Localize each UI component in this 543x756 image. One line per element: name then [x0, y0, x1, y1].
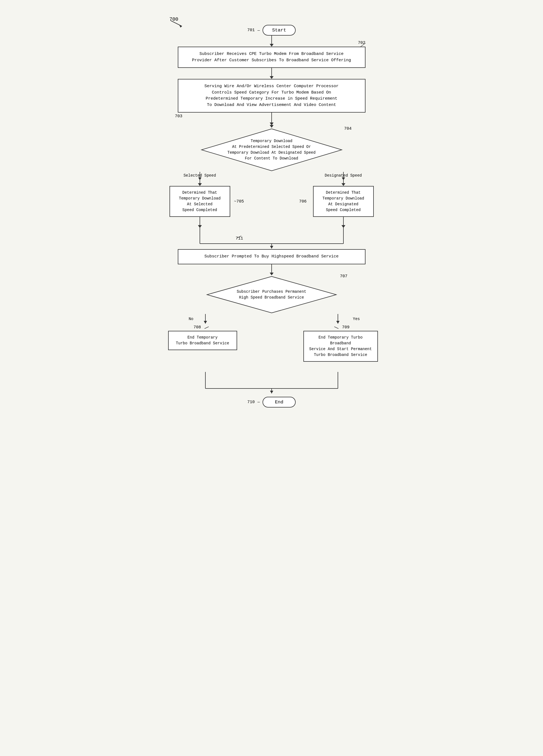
svg-line-26: [204, 327, 209, 329]
arrow-left-down2: [198, 225, 202, 228]
box-yes-wrapper: 709 End Temporary Turbo BroadbandService…: [299, 325, 382, 362]
box-no-ref: 708: [193, 325, 201, 330]
box1-wrapper: Subscriber Receives CPE Turbo Modem From…: [178, 47, 366, 68]
right-branch: Designated Speed Determined ThatTemporar…: [299, 172, 388, 228]
branch-section-2: No Yes 708 End TemporaryTurbo Broadband …: [156, 314, 388, 397]
arrow-right-down2: [342, 225, 345, 228]
svg-marker-17: [204, 321, 207, 324]
start-oval: Start: [262, 25, 296, 36]
svg-line-14: [237, 236, 241, 238]
box2: Serving Wire And/Or Wireless Center Comp…: [178, 79, 366, 113]
diamond2-wrapper: Subscriber Purchases PermanentHigh Speed…: [153, 275, 390, 314]
diamond2-text: Subscriber Purchases PermanentHigh Speed…: [220, 289, 323, 300]
svg-line-27: [334, 327, 339, 329]
box-yes-ref-area: 709: [332, 325, 350, 330]
selected-speed-label: Selected Speed: [183, 173, 216, 178]
svg-marker-25: [270, 391, 273, 393]
svg-line-2: [360, 43, 366, 47]
arrow-right-down: [342, 183, 345, 186]
arrow-1: [270, 36, 274, 47]
branch-section-1: Selected Speed Determined ThatTemporary …: [156, 172, 388, 249]
left-branch: Selected Speed Determined ThatTemporary …: [156, 172, 244, 228]
end-ref: 710: [247, 400, 255, 404]
v-line-right-bottom: [343, 217, 344, 225]
box2-wrapper: Serving Wire And/Or Wireless Center Comp…: [178, 79, 366, 113]
v-line-left: [199, 178, 200, 183]
box1: Subscriber Receives CPE Turbo Modem From…: [178, 47, 366, 68]
end-oval: End: [262, 397, 296, 408]
v-line-right: [343, 178, 344, 183]
no-label: No: [189, 317, 193, 321]
box-no-ref-area: 708: [193, 325, 211, 330]
arrow-left-down: [198, 183, 202, 186]
box-left-ref: ~705: [234, 199, 244, 204]
start-node: 701 — Start: [247, 25, 296, 36]
ref-arrow-711: [236, 235, 244, 239]
svg-marker-19: [336, 321, 340, 324]
diamond1: Temporary DownloadAt Predetermined Selec…: [200, 128, 344, 172]
box2-ref: 703: [175, 114, 182, 119]
diamond2-ref: 707: [340, 274, 347, 279]
diamond2: Subscriber Purchases PermanentHigh Speed…: [205, 275, 338, 314]
v-line-left-bottom: [199, 217, 200, 225]
flow-wrapper: 701 — Start Subscriber Receives CPE Turb…: [153, 25, 390, 408]
arrow-3: [270, 113, 274, 128]
box-no-wrapper: 708 End TemporaryTurbo Broadband Service: [161, 325, 244, 350]
diagram-container: 700 701 — Start Subscriber Receives CPE …: [147, 6, 396, 419]
box-right-wrapper: Determined ThatTemporary DownloadAt Desi…: [313, 186, 374, 217]
start-ref: 701: [247, 28, 255, 33]
box-yes-ref: 709: [342, 325, 350, 330]
box-left-wrapper: Determined ThatTemporary DownloadAt Sele…: [169, 186, 230, 217]
box-no: End TemporaryTurbo Broadband Service: [168, 331, 237, 350]
yes-label: Yes: [353, 317, 360, 321]
arrow-2: [270, 68, 274, 79]
box-yes: End Temporary Turbo BroadbandService And…: [304, 331, 378, 362]
end-node: 710 — End: [247, 397, 296, 408]
arrow-4: [270, 264, 274, 275]
box-left: Determined ThatTemporary DownloadAt Sele…: [169, 186, 230, 217]
designated-speed-label: Designated Speed: [325, 173, 362, 178]
diamond1-ref: 704: [344, 126, 352, 131]
box3-wrapper: Subscriber Prompted To Buy Highspeed Bro…: [178, 249, 366, 264]
box-right-ref: 706: [299, 199, 307, 204]
diagram-id-area: 700: [153, 17, 390, 25]
diamond1-wrapper: Temporary DownloadAt Predetermined Selec…: [153, 128, 390, 172]
ref-arrow-702: [357, 42, 368, 49]
diamond1-text: Temporary DownloadAt Predetermined Selec…: [211, 138, 332, 161]
box3: Subscriber Prompted To Buy Highspeed Bro…: [178, 249, 366, 264]
box-right: Determined ThatTemporary DownloadAt Desi…: [313, 186, 374, 217]
